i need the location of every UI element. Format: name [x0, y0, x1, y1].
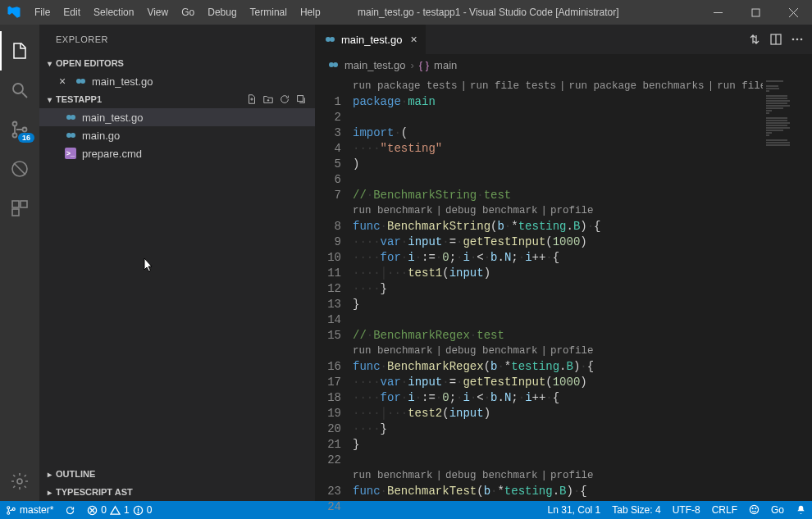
cmd-file-icon: >_	[64, 147, 77, 160]
status-encoding[interactable]: UTF-8	[667, 504, 706, 516]
split-editor-icon[interactable]	[769, 33, 782, 46]
compare-changes-icon[interactable]	[748, 33, 761, 46]
svg-point-40	[752, 508, 753, 509]
file-name: main.go	[82, 130, 120, 142]
activity-explorer[interactable]	[0, 31, 39, 71]
status-tab-size[interactable]: Tab Size: 4	[606, 504, 666, 516]
refresh-icon[interactable]	[279, 93, 290, 105]
status-bar: master* 0 1 0 Ln 31, Col 1 Tab Size: 4 U…	[0, 501, 812, 519]
svg-point-20	[71, 133, 75, 138]
file-name: prepare.cmd	[82, 148, 142, 160]
minimap[interactable]	[763, 75, 812, 501]
svg-rect-16	[298, 96, 303, 102]
more-actions-icon[interactable]	[791, 33, 804, 46]
tabs: main_test.go ×	[315, 25, 812, 54]
activity-bar: 16	[0, 25, 39, 501]
breadcrumbs[interactable]: main_test.go › { } main	[315, 54, 812, 75]
activity-source-control[interactable]: 16	[0, 110, 39, 149]
open-editors-header[interactable]: ▾ OPEN EDITORS	[39, 54, 315, 72]
svg-point-13	[17, 479, 22, 484]
code-content[interactable]: run package tests|run file tests|run pac…	[353, 75, 763, 501]
svg-point-32	[12, 508, 15, 510]
svg-rect-1	[752, 9, 760, 16]
sidebar-explorer: EXPLORER ▾ OPEN EDITORS × main_test.go ▾…	[39, 25, 315, 501]
menu-selection[interactable]: Selection	[87, 7, 140, 18]
file-item[interactable]: main_test.go	[39, 108, 315, 126]
menu-help[interactable]: Help	[294, 7, 327, 18]
activity-settings[interactable]	[0, 462, 39, 501]
go-file-icon	[323, 33, 336, 46]
window-minimize-button[interactable]	[699, 0, 737, 25]
chevron-down-icon: ▾	[43, 59, 56, 68]
svg-point-38	[138, 512, 139, 512]
file-item[interactable]: main.go	[39, 126, 315, 144]
editor-tab[interactable]: main_test.go ×	[315, 25, 427, 54]
menu-edit[interactable]: Edit	[57, 7, 87, 18]
new-file-icon[interactable]	[246, 93, 258, 105]
outline-label: OUTLINE	[56, 469, 95, 479]
menu-view[interactable]: View	[140, 7, 175, 18]
close-tab-icon[interactable]: ×	[407, 33, 417, 46]
outline-header[interactable]: ▸ OUTLINE	[39, 465, 315, 483]
svg-point-7	[13, 134, 17, 138]
svg-rect-10	[12, 201, 19, 207]
svg-point-22	[330, 37, 335, 42]
window-controls	[699, 0, 812, 25]
status-eol[interactable]: CRLF	[706, 504, 743, 516]
info-count: 0	[147, 504, 153, 516]
status-sync[interactable]	[59, 501, 81, 519]
svg-point-15	[80, 79, 85, 84]
svg-line-5	[22, 93, 27, 98]
new-folder-icon[interactable]	[262, 93, 274, 105]
menu-go[interactable]: Go	[175, 7, 201, 18]
svg-point-29	[333, 62, 338, 67]
svg-rect-12	[12, 209, 19, 216]
svg-point-18	[71, 115, 75, 120]
line-numbers: 123456789101112131415161718192021222324	[315, 75, 353, 501]
file-item[interactable]: >_ prepare.cmd	[39, 144, 315, 162]
workspace-header[interactable]: ▾ TESTAPP1	[39, 90, 315, 108]
window-maximize-button[interactable]	[737, 0, 774, 25]
activity-extensions[interactable]	[0, 189, 39, 228]
status-cursor-pos[interactable]: Ln 31, Col 1	[542, 504, 607, 516]
chevron-right-icon: ▸	[43, 470, 56, 479]
close-editor-icon[interactable]: ×	[56, 75, 69, 88]
svg-point-27	[801, 39, 803, 41]
go-file-icon	[64, 129, 77, 142]
menu-terminal[interactable]: Terminal	[244, 7, 294, 18]
menu-file[interactable]: File	[28, 7, 57, 18]
svg-rect-11	[21, 201, 27, 207]
file-tree: main_test.go main.go >_ prepare.cmd	[39, 108, 315, 162]
breadcrumb-file[interactable]: main_test.go	[344, 59, 405, 71]
status-smiley[interactable]	[743, 504, 765, 515]
svg-point-26	[796, 39, 799, 41]
activity-debug[interactable]	[0, 149, 39, 189]
editor[interactable]: 123456789101112131415161718192021222324 …	[315, 75, 812, 501]
go-file-icon	[326, 58, 340, 71]
breadcrumb-symbol[interactable]: main	[434, 59, 457, 71]
menu-debug[interactable]: Debug	[201, 7, 243, 18]
status-branch[interactable]: master*	[0, 501, 59, 519]
svg-point-8	[23, 128, 27, 132]
breadcrumb-symbol-icon: { }	[419, 59, 429, 71]
scm-badge: 16	[18, 133, 34, 143]
window-title: main_test.go - testapp1 - Visual Studio …	[327, 7, 699, 18]
go-file-icon	[74, 75, 87, 88]
menu-bar: File Edit Selection View Go Debug Termin…	[28, 7, 327, 18]
status-notifications[interactable]	[790, 504, 812, 515]
activity-search[interactable]	[0, 71, 39, 110]
collapse-all-icon[interactable]	[295, 93, 307, 105]
breadcrumb-separator-icon: ›	[410, 59, 413, 71]
branch-label: master*	[20, 504, 53, 516]
status-language[interactable]: Go	[765, 504, 790, 516]
open-editors-label: OPEN EDITORS	[56, 58, 124, 68]
status-problems[interactable]: 0 1 0	[81, 501, 157, 519]
open-editor-item[interactable]: × main_test.go	[39, 72, 315, 90]
file-name: main_test.go	[92, 75, 153, 88]
go-file-icon	[64, 111, 77, 124]
tsast-header[interactable]: ▸ TYPESCRIPT AST	[39, 483, 315, 501]
editor-area: main_test.go × main_test.go › { } main 1…	[315, 25, 812, 501]
window-close-button[interactable]	[774, 0, 812, 25]
svg-point-4	[13, 84, 23, 93]
vscode-logo-icon	[7, 5, 21, 20]
